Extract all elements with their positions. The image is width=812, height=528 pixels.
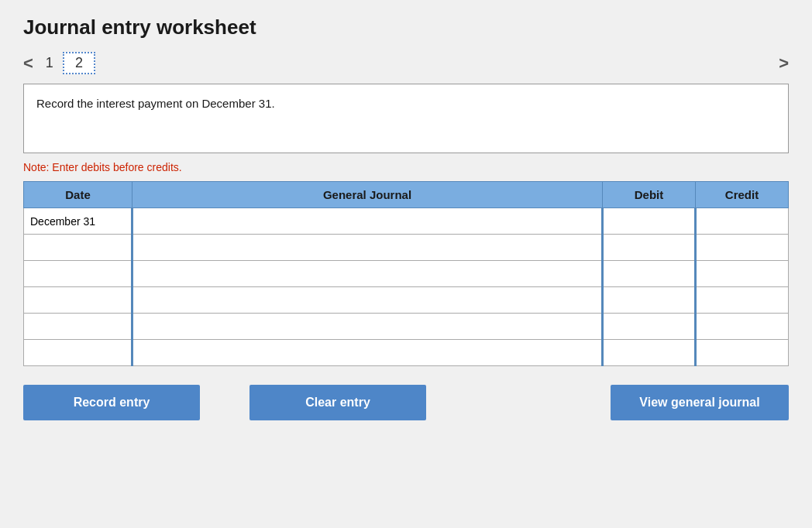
date-cell-1: December 31 — [24, 208, 132, 235]
debit-input-5[interactable] — [604, 314, 694, 339]
header-debit: Debit — [603, 182, 696, 208]
journal-table: Date General Journal Debit Credit Decemb… — [23, 181, 789, 366]
journal-input-5[interactable] — [133, 314, 601, 339]
credit-input-cell-2[interactable] — [696, 235, 789, 261]
date-cell-5 — [24, 314, 132, 340]
journal-input-4[interactable] — [133, 287, 601, 313]
date-cell-4 — [24, 287, 132, 314]
table-row: December 31 — [24, 208, 789, 235]
buttons-row: Record entry Clear entry View general jo… — [23, 385, 789, 420]
credit-input-3[interactable] — [697, 261, 788, 286]
navigation-bar: < 1 2 > — [23, 52, 789, 74]
journal-input-cell-5[interactable] — [132, 314, 603, 340]
credit-input-cell-3[interactable] — [696, 261, 789, 287]
instruction-text: Record the interest payment on December … — [36, 97, 275, 110]
debit-input-cell-5[interactable] — [603, 314, 696, 340]
table-row — [24, 340, 789, 366]
credit-input-4[interactable] — [697, 287, 788, 313]
table-row — [24, 261, 789, 287]
debit-input-1[interactable] — [604, 208, 694, 234]
table-row — [24, 314, 789, 340]
debit-input-cell-2[interactable] — [603, 235, 696, 261]
debit-input-cell-6[interactable] — [603, 340, 696, 366]
next-arrow-button[interactable]: > — [779, 53, 789, 74]
debit-input-6[interactable] — [604, 340, 694, 365]
debit-input-cell-3[interactable] — [603, 261, 696, 287]
table-row — [24, 287, 789, 314]
debit-input-4[interactable] — [604, 287, 694, 313]
tab-1[interactable]: 1 — [46, 55, 53, 71]
credit-input-cell-4[interactable] — [696, 287, 789, 314]
credit-input-6[interactable] — [697, 340, 788, 365]
note-text: Note: Enter debits before credits. — [23, 161, 789, 173]
journal-input-cell-1[interactable] — [132, 208, 603, 235]
debit-input-2[interactable] — [604, 235, 694, 260]
debit-input-cell-4[interactable] — [603, 287, 696, 314]
debit-input-cell-1[interactable] — [603, 208, 696, 235]
credit-input-5[interactable] — [697, 314, 788, 339]
journal-input-2[interactable] — [133, 235, 601, 260]
credit-input-cell-5[interactable] — [696, 314, 789, 340]
debit-input-3[interactable] — [604, 261, 694, 286]
instruction-box: Record the interest payment on December … — [23, 84, 789, 161]
date-cell-2 — [24, 235, 132, 261]
journal-input-3[interactable] — [133, 261, 601, 286]
header-credit: Credit — [696, 182, 789, 208]
date-cell-3 — [24, 261, 132, 287]
page-title: Journal entry worksheet — [23, 15, 789, 39]
credit-input-2[interactable] — [697, 235, 788, 260]
table-row — [24, 235, 789, 261]
clear-entry-button[interactable]: Clear entry — [249, 385, 426, 420]
credit-input-1[interactable] — [697, 208, 788, 234]
record-entry-button[interactable]: Record entry — [23, 385, 200, 420]
date-cell-6 — [24, 340, 132, 366]
prev-arrow-button[interactable]: < — [23, 53, 33, 74]
credit-input-cell-6[interactable] — [696, 340, 789, 366]
tab-2-active[interactable]: 2 — [63, 52, 95, 74]
journal-input-cell-3[interactable] — [132, 261, 603, 287]
credit-input-cell-1[interactable] — [696, 208, 789, 235]
header-general-journal: General Journal — [132, 182, 603, 208]
header-date: Date — [24, 182, 132, 208]
journal-input-6[interactable] — [133, 340, 601, 365]
journal-input-1[interactable] — [133, 208, 601, 234]
journal-input-cell-6[interactable] — [132, 340, 603, 366]
journal-input-cell-4[interactable] — [132, 287, 603, 314]
view-general-journal-button[interactable]: View general journal — [611, 385, 789, 420]
journal-input-cell-2[interactable] — [132, 235, 603, 261]
